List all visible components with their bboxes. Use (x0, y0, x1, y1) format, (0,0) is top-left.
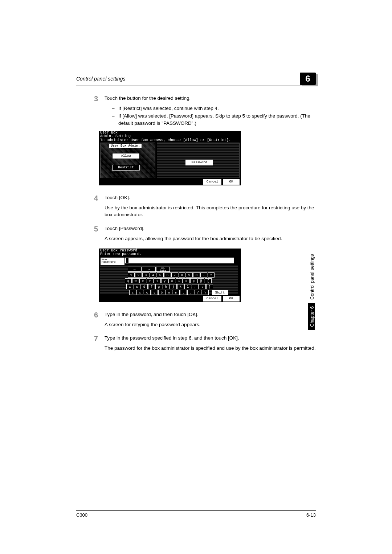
step-text: Type in the password, and then touch [OK… (105, 311, 316, 318)
key-delete[interactable]: De- lete (156, 267, 170, 272)
key-0[interactable]: 0 (193, 272, 200, 278)
key-7[interactable]: 7 (171, 272, 178, 278)
step-7: 7 Type in the password specified in step… (76, 335, 316, 354)
key-c[interactable]: c (144, 290, 151, 295)
key-f[interactable]: f (148, 284, 155, 289)
key-h[interactable]: h (163, 284, 170, 289)
key-s[interactable]: s (134, 284, 140, 289)
step-text: The password for the box administrator i… (105, 345, 316, 352)
side-tab-label: Control panel settings (309, 253, 315, 301)
bullet-text: If [Allow] was selected, [Password] appe… (118, 112, 316, 127)
key-4[interactable]: 4 (150, 272, 156, 278)
key-2[interactable]: 2 (135, 272, 142, 278)
bullet-text: If [Restrict] was selected, continue wit… (118, 105, 219, 112)
allow-button[interactable]: Allow (112, 153, 140, 159)
cancel-button[interactable]: Cancel (203, 296, 221, 301)
key-o[interactable]: o (183, 278, 190, 283)
ss2-subtitle: Enter new password. (100, 252, 142, 256)
key-q[interactable]: q (125, 278, 132, 283)
key-back[interactable]: ← (128, 267, 142, 272)
step-body: Touch [Password]. A screen appears, allo… (105, 225, 316, 245)
key-6[interactable]: 6 (164, 272, 171, 278)
key-x[interactable]: x (136, 290, 143, 295)
step-3: 3 Touch the button for the desired setti… (76, 95, 316, 127)
step-6: 6 Type in the password, and then touch [… (76, 311, 316, 331)
ss1-left-pane: User Box Admin. Allow Restrict (100, 143, 155, 178)
step-number: 4 (76, 194, 105, 221)
key-;[interactable]: ; (192, 284, 199, 289)
footer-right: 6-13 (306, 512, 316, 518)
bullet-dash: – (112, 112, 118, 127)
key-i[interactable]: i (176, 278, 183, 283)
ss1-right-pane: Password (157, 143, 240, 178)
key-v[interactable]: v (151, 290, 158, 295)
sub-list: –If [Restrict] was selected, continue wi… (105, 105, 316, 127)
key-t[interactable]: t (154, 278, 161, 283)
key-n[interactable]: n (166, 290, 172, 295)
key-r[interactable]: r (147, 278, 154, 283)
key-/[interactable]: / (195, 290, 201, 295)
page: Control panel settings 6 3 Touch the but… (0, 0, 392, 554)
step-text: A screen for retyping the password appea… (105, 321, 316, 328)
key-p[interactable]: p (190, 278, 197, 283)
restrict-button[interactable]: Restrict (112, 165, 140, 171)
step-number: 3 (76, 95, 105, 127)
side-tab: Chapter 6 Control panel settings (308, 253, 316, 340)
footer-left: C300 (76, 512, 87, 518)
key-^[interactable]: ^ (208, 272, 215, 278)
key-shift[interactable]: Shift (212, 290, 228, 295)
step-4: 4 Touch [OK]. Use by the box administrat… (76, 194, 316, 221)
key-l[interactable]: l (184, 284, 191, 289)
screenshot-password-keyboard: User Box Password Enter new password. Ne… (99, 249, 241, 302)
ok-button[interactable]: OK (223, 296, 240, 301)
step-number: 7 (76, 335, 105, 354)
side-tab-chapter: Chapter 6 (309, 303, 315, 330)
key-g[interactable]: g (155, 284, 162, 289)
key-][interactable]: ] (206, 284, 213, 289)
key-m[interactable]: m (173, 290, 180, 295)
password-input[interactable] (125, 257, 234, 264)
key-:[interactable]: : (199, 284, 206, 289)
key-9[interactable]: 9 (186, 272, 193, 278)
step-body: Type in the password specified in step 6… (105, 335, 316, 354)
key-[[interactable]: [ (205, 278, 212, 283)
key-.[interactable]: . (187, 290, 194, 295)
key-a[interactable]: a (126, 284, 133, 289)
cursor-icon (126, 258, 128, 263)
step-body: Touch [OK]. Use by the box administrator… (105, 194, 316, 221)
key--[interactable]: - (200, 272, 207, 278)
chapter-number-badge: 6 (300, 73, 316, 85)
key-b[interactable]: b (158, 290, 165, 295)
key-3[interactable]: 3 (142, 272, 149, 278)
ss1-title: User Box Admin. Setting (100, 131, 131, 138)
key-@[interactable]: @ (197, 278, 204, 283)
password-field-label: NewPassword (100, 257, 125, 265)
step-text: Touch [Password]. (105, 225, 316, 232)
password-button[interactable]: Password (185, 160, 213, 165)
step-body: Touch the button for the desired setting… (105, 95, 316, 127)
step-text: Touch the button for the desired setting… (105, 95, 316, 102)
key-5[interactable]: 5 (157, 272, 164, 278)
step-number: 5 (76, 225, 105, 245)
key-8[interactable]: 8 (179, 272, 185, 278)
key-j[interactable]: j (170, 284, 177, 289)
ss1-left-header: User Box Admin. (109, 144, 142, 148)
key-w[interactable]: w (132, 278, 139, 283)
cancel-button[interactable]: Cancel (203, 179, 221, 185)
keyboard-row-z: zxcvbnm,./\ (129, 290, 209, 295)
key-e[interactable]: e (139, 278, 146, 283)
keyboard-row-nums: 1234567890-^ (128, 272, 215, 278)
key-z[interactable]: z (129, 290, 136, 295)
key-\[interactable]: \ (202, 290, 209, 295)
step-number: 6 (76, 311, 105, 331)
key-d[interactable]: d (141, 284, 148, 289)
ok-button[interactable]: OK (223, 179, 240, 185)
page-footer: C300 6-13 (76, 510, 316, 518)
key-u[interactable]: u (168, 278, 175, 283)
key-,[interactable]: , (180, 290, 187, 295)
key-k[interactable]: k (177, 284, 184, 289)
key-1[interactable]: 1 (128, 272, 135, 278)
key-forward[interactable]: → (142, 267, 156, 272)
key-y[interactable]: y (161, 278, 168, 283)
keyboard-row-a: asdfghjkl;:] (126, 284, 213, 289)
